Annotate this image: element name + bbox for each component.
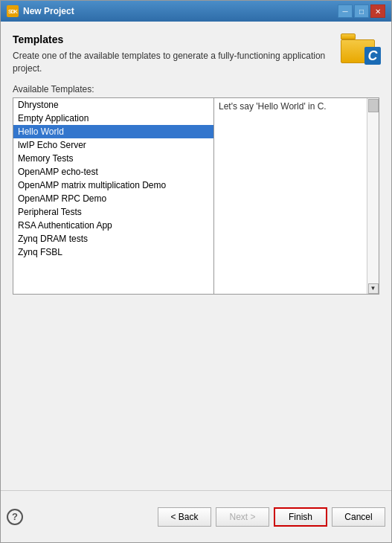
- section-description: Create one of the available templates to…: [13, 50, 332, 75]
- template-item-dhrystone[interactable]: Dhrystone: [13, 98, 213, 112]
- cancel-button[interactable]: Cancel: [332, 507, 385, 527]
- template-item-memory-tests[interactable]: Memory Tests: [13, 152, 213, 165]
- minimize-button[interactable]: ─: [338, 4, 353, 18]
- template-item-peripheral-tests[interactable]: Peripheral Tests: [13, 205, 213, 219]
- bottom-bar: ? < Back Next > Finish Cancel: [1, 490, 391, 542]
- scrollbar-arrows: ▼: [367, 283, 379, 294]
- header-icon: C: [341, 33, 379, 69]
- back-button[interactable]: < Back: [158, 507, 211, 527]
- content-area: Templates Create one of the available te…: [1, 22, 391, 490]
- template-item-zynq-fsbl[interactable]: Zynq FSBL: [13, 245, 213, 259]
- title-bar-buttons: ─ □ ✕: [338, 4, 385, 18]
- navigation-buttons: < Back Next > Finish Cancel: [158, 507, 385, 527]
- description-scrollbar[interactable]: ▼: [367, 98, 379, 294]
- folder-tab: [341, 33, 356, 39]
- folder-icon: C: [341, 33, 376, 63]
- template-item-lwip-echo-server[interactable]: lwIP Echo Server: [13, 138, 213, 152]
- c-language-badge: C: [364, 47, 381, 65]
- maximize-button[interactable]: □: [354, 4, 369, 18]
- template-item-empty-application[interactable]: Empty Application: [13, 112, 213, 125]
- template-item-openamp-matrix[interactable]: OpenAMP matrix multiplication Demo: [13, 179, 213, 192]
- template-description-panel: Let's say 'Hello World' in C. ▼: [214, 98, 379, 294]
- template-item-hello-world[interactable]: Hello World: [13, 125, 213, 138]
- description-text: Let's say 'Hello World' in C.: [219, 101, 327, 112]
- template-item-zynq-dram[interactable]: Zynq DRAM tests: [13, 232, 213, 245]
- close-button[interactable]: ✕: [370, 4, 385, 18]
- header-section: Templates Create one of the available te…: [13, 33, 379, 75]
- template-item-rsa-auth[interactable]: RSA Authentication App: [13, 219, 213, 232]
- scroll-down-arrow[interactable]: ▼: [368, 283, 379, 294]
- help-button[interactable]: ?: [7, 509, 23, 525]
- scrollbar-thumb[interactable]: [368, 99, 379, 112]
- template-item-openamp-echo-test[interactable]: OpenAMP echo-test: [13, 165, 213, 179]
- available-templates-label: Available Templates:: [13, 84, 379, 94]
- template-item-openamp-rpc[interactable]: OpenAMP RPC Demo: [13, 192, 213, 205]
- window-icon: SDK: [7, 5, 19, 17]
- window-title: New Project: [23, 6, 338, 16]
- templates-list[interactable]: Dhrystone Empty Application Hello World …: [13, 98, 214, 294]
- header-text: Templates Create one of the available te…: [13, 33, 332, 75]
- main-window: SDK New Project ─ □ ✕ Templates Create o…: [0, 0, 392, 543]
- next-button[interactable]: Next >: [216, 507, 269, 527]
- section-title: Templates: [13, 33, 332, 45]
- templates-container: Dhrystone Empty Application Hello World …: [13, 97, 379, 295]
- finish-button[interactable]: Finish: [274, 507, 327, 527]
- title-bar: SDK New Project ─ □ ✕: [1, 1, 391, 22]
